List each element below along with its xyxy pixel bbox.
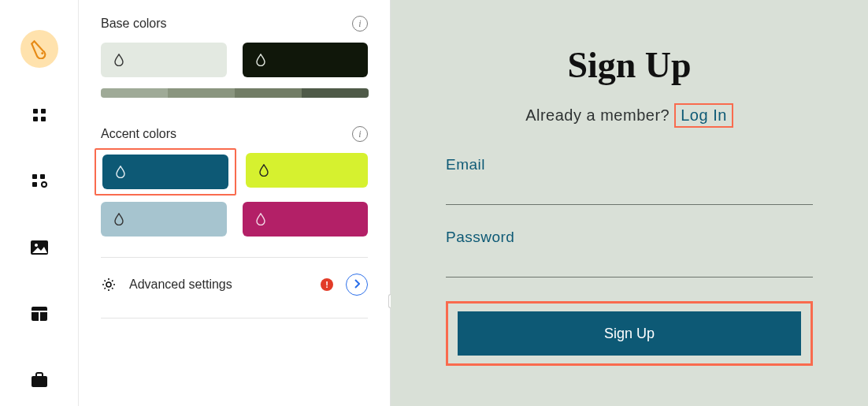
svg-rect-3 [33, 117, 38, 121]
member-prefix: Already a member? [525, 106, 674, 124]
login-link[interactable]: Log In [674, 103, 733, 128]
toolbar-colors-button[interactable] [20, 30, 58, 68]
email-label: Email [446, 156, 813, 173]
chevron-right-icon [354, 277, 360, 292]
drop-icon [113, 213, 124, 225]
left-toolbar [0, 0, 79, 406]
info-icon[interactable]: i [352, 126, 368, 142]
toolbar-images-button[interactable] [20, 229, 58, 266]
svg-rect-5 [32, 174, 37, 179]
base-color-swatch-1[interactable] [101, 43, 227, 77]
svg-rect-14 [32, 376, 47, 387]
svg-rect-6 [40, 174, 45, 179]
toolbar-business-button[interactable] [20, 361, 58, 399]
expand-button[interactable] [346, 274, 368, 296]
page-title: Sign Up [446, 44, 813, 86]
password-input[interactable] [446, 259, 813, 277]
layout-icon [31, 306, 48, 322]
base-colors-row [101, 43, 368, 77]
divider [101, 257, 368, 258]
base-color-swatch-2[interactable] [243, 43, 369, 77]
member-line: Already a member? Log In [446, 103, 813, 128]
toolbar-grid-button[interactable] [20, 96, 58, 134]
toolbar-components-button[interactable] [20, 162, 58, 200]
email-input[interactable] [446, 186, 813, 205]
drop-icon [258, 164, 269, 177]
signup-button[interactable]: Sign Up [458, 311, 801, 356]
gear-icon [101, 277, 117, 292]
drop-icon [255, 213, 266, 225]
alert-badge: ! [321, 278, 333, 291]
advanced-settings-row[interactable]: Advanced settings ! [101, 274, 368, 296]
signup-button-highlight: Sign Up [446, 301, 813, 366]
accent-color-swatch-4[interactable] [243, 202, 369, 237]
drop-icon [255, 54, 266, 66]
base-colors-title: Base colors [101, 17, 167, 31]
base-color-gradient [101, 88, 369, 98]
svg-rect-4 [41, 117, 46, 121]
svg-point-0 [41, 52, 43, 54]
accent-colors-title: Accent colors [101, 127, 176, 141]
advanced-settings-label: Advanced settings [129, 277, 308, 292]
accent-colors-row-2 [101, 202, 368, 237]
briefcase-icon [30, 371, 49, 389]
grid-icon [32, 107, 47, 123]
svg-rect-1 [33, 109, 38, 114]
password-field-group: Password [446, 229, 813, 277]
svg-rect-2 [41, 109, 46, 114]
blocks-icon [31, 173, 48, 190]
toolbar-layout-button[interactable] [20, 295, 58, 333]
accent-colors-row-1 [101, 153, 368, 191]
signup-preview: Sign Up Already a member? Log In Email P… [391, 0, 868, 406]
divider [101, 318, 368, 318]
drop-icon [115, 166, 126, 178]
base-colors-header: Base colors i [101, 16, 368, 32]
drop-icon [113, 54, 124, 66]
svg-point-15 [106, 282, 111, 287]
accent-colors-header: Accent colors i [101, 126, 368, 142]
colors-panel: Base colors i Accent colors i [79, 0, 391, 406]
accent-color-swatch-2[interactable] [246, 153, 368, 188]
svg-point-10 [35, 244, 38, 247]
info-icon[interactable]: i [352, 16, 368, 32]
svg-point-8 [42, 182, 46, 187]
email-field-group: Email [446, 156, 813, 205]
selected-accent-highlight [95, 148, 236, 196]
svg-rect-7 [32, 182, 37, 187]
image-icon [30, 240, 49, 255]
accent-color-swatch-1[interactable] [102, 155, 228, 189]
password-label: Password [446, 229, 813, 246]
accent-color-swatch-3[interactable] [101, 202, 227, 237]
palette-icon [29, 39, 50, 59]
